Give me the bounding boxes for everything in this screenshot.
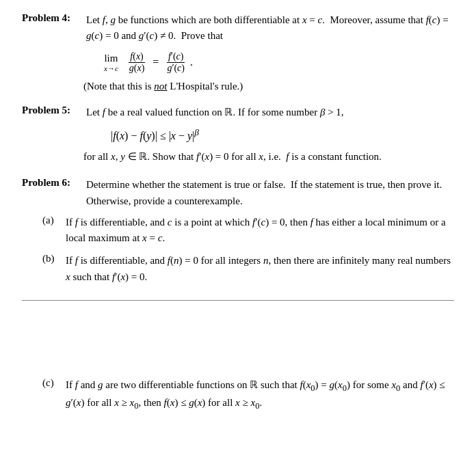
- problem-6b-header: (b) If f is differentiable, and f(n) = 0…: [42, 253, 454, 285]
- problem-5-formula: |f(x) − f(y)| ≤ |x − y|β: [111, 127, 454, 142]
- problem-6a-label: (a): [42, 215, 63, 226]
- problem-4-intro: Let f, g be functions which are both dif…: [86, 12, 454, 44]
- problem-5-conclusion: for all x, y ∈ ℝ. Show that f′(x) = 0 fo…: [83, 149, 454, 165]
- section-divider: [22, 300, 454, 301]
- problem-5: Problem 5: Let f be a real valued functi…: [22, 105, 454, 165]
- fraction-fx-gx: f(x) g(x): [128, 51, 146, 74]
- problem-6-header: Problem 6: Determine whether the stateme…: [22, 177, 454, 209]
- fraction-fprime-gprime: f′(c) g′(c): [166, 51, 186, 74]
- problem-4: Problem 4: Let f, g be functions which a…: [22, 12, 454, 92]
- problem-6a-text: If f is differentiable, and c is a point…: [66, 215, 454, 247]
- problem-6c-text: If f and g are two differentiable functi…: [66, 377, 454, 413]
- blank-space: [22, 316, 454, 377]
- problem-6: Problem 6: Determine whether the stateme…: [22, 177, 454, 413]
- lim-expression: lim x→c f(x) g(x) = f′(c) g′(c) .: [104, 51, 193, 74]
- problem-4-note: (Note that this is not L'Hospital's rule…: [83, 81, 454, 92]
- problem-4-label: Problem 4:: [22, 12, 83, 24]
- problem-6a-header: (a) If f is differentiable, and c is a p…: [42, 215, 454, 247]
- problem-6a: (a) If f is differentiable, and c is a p…: [42, 215, 454, 247]
- problem-6b-text: If f is differentiable, and f(n) = 0 for…: [66, 253, 454, 285]
- problem-4-formula: lim x→c f(x) g(x) = f′(c) g′(c) .: [104, 51, 454, 74]
- problem-6c: (c) If f and g are two differentiable fu…: [42, 377, 454, 413]
- lim-symbol: lim x→c: [104, 53, 118, 72]
- problem-4-header: Problem 4: Let f, g be functions which a…: [22, 12, 454, 44]
- problem-6b: (b) If f is differentiable, and f(n) = 0…: [42, 253, 454, 285]
- problem-5-label: Problem 5:: [22, 105, 83, 116]
- problem-6c-header: (c) If f and g are two differentiable fu…: [42, 377, 454, 413]
- problem-6-label: Problem 6:: [22, 177, 83, 189]
- problem-6c-label: (c): [42, 377, 63, 389]
- problem-5-header: Problem 5: Let f be a real valued functi…: [22, 105, 454, 120]
- page: Problem 4: Let f, g be functions which a…: [0, 0, 476, 438]
- problem-5-intro: Let f be a real valued function on ℝ. If…: [86, 105, 454, 120]
- problem-6b-label: (b): [42, 253, 63, 264]
- problem-6-intro: Determine whether the statement is true …: [86, 177, 454, 209]
